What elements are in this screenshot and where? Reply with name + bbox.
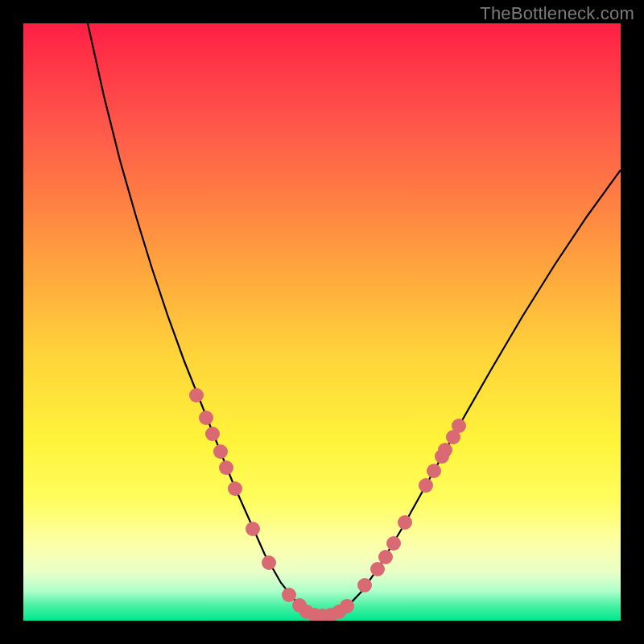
chart-frame bbox=[23, 23, 621, 621]
marker-dot bbox=[427, 464, 441, 478]
chart-svg bbox=[23, 23, 621, 621]
marker-dot bbox=[189, 388, 204, 402]
marker-dot bbox=[378, 550, 393, 564]
marker-dot bbox=[262, 555, 276, 570]
marker-dot bbox=[398, 515, 412, 530]
marker-dot bbox=[357, 578, 372, 592]
marker-dot bbox=[246, 522, 260, 536]
marker-dot bbox=[438, 443, 452, 457]
marker-dot bbox=[386, 536, 401, 551]
marker-dot bbox=[219, 460, 233, 475]
marker-dots-group bbox=[189, 388, 466, 621]
marker-dot bbox=[228, 481, 242, 496]
marker-dot bbox=[340, 599, 354, 613]
marker-dot bbox=[282, 588, 296, 602]
marker-dot bbox=[370, 562, 385, 576]
marker-dot bbox=[213, 444, 228, 459]
marker-dot bbox=[419, 478, 433, 493]
bottleneck-curve bbox=[88, 23, 621, 617]
marker-dot bbox=[205, 427, 220, 441]
marker-dot bbox=[199, 411, 213, 425]
watermark-text: TheBottleneck.com bbox=[480, 3, 634, 24]
marker-dot bbox=[452, 419, 466, 433]
